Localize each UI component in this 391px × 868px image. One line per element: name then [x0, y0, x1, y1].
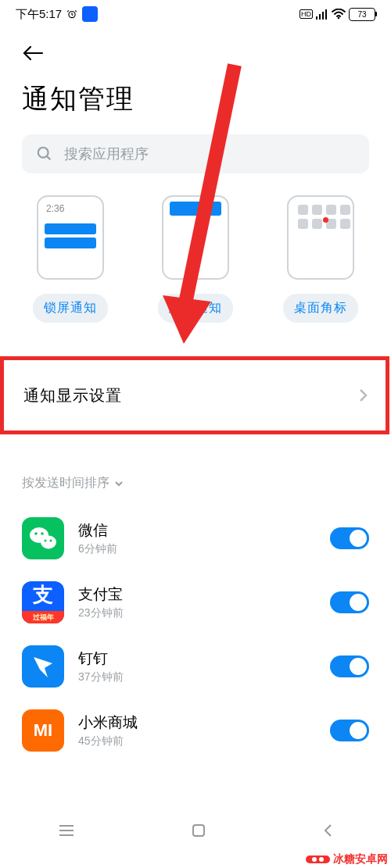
- battery-icon: 73: [349, 8, 375, 21]
- type-badge[interactable]: 桌面角标: [283, 195, 358, 323]
- svg-point-9: [34, 532, 38, 535]
- toggle-switch[interactable]: [330, 591, 369, 613]
- type-lockscreen[interactable]: 2:36 锁屏通知: [33, 195, 108, 323]
- search-input[interactable]: 搜索应用程序: [22, 134, 369, 173]
- svg-point-10: [41, 532, 44, 535]
- svg-point-6: [38, 148, 48, 158]
- svg-rect-1: [316, 16, 317, 20]
- app-name: 小米商城: [78, 713, 316, 733]
- svg-point-5: [338, 17, 340, 20]
- app-name: 钉钉: [78, 648, 316, 669]
- setting-row-label: 通知显示设置: [23, 385, 122, 406]
- page-title: 通知管理: [0, 66, 391, 134]
- watermark-logo-icon: [306, 855, 330, 863]
- chevron-down-icon: [114, 480, 124, 488]
- app-item-wechat[interactable]: 微信 6分钟前: [0, 506, 391, 570]
- svg-rect-3: [322, 12, 324, 20]
- status-bar: 下午5:17 HD 73: [0, 0, 391, 28]
- notification-types: 2:36 锁屏通知 悬浮通知 桌面角标: [0, 188, 391, 323]
- nav-home-icon[interactable]: [192, 823, 206, 838]
- svg-rect-2: [319, 14, 321, 20]
- alarm-icon: [66, 9, 77, 20]
- wechat-icon: [22, 517, 64, 559]
- svg-text:支: 支: [32, 583, 53, 606]
- app-list: 微信 6分钟前 支 过福年 支付宝 23分钟前 钉钉 37分钟前 MI 小米商城…: [0, 506, 391, 763]
- svg-rect-14: [193, 825, 204, 836]
- app-name: 支付宝: [78, 584, 316, 605]
- signal-icon: [316, 9, 328, 20]
- svg-point-12: [50, 540, 52, 542]
- status-time: 下午5:17: [16, 7, 62, 22]
- watermark-text: 冰糖安卓网: [333, 852, 388, 866]
- search-placeholder: 搜索应用程序: [64, 145, 149, 163]
- watermark: 冰糖安卓网: [306, 852, 388, 866]
- svg-rect-4: [325, 9, 327, 20]
- wifi-icon: [332, 9, 346, 20]
- notification-display-settings[interactable]: 通知显示设置: [0, 358, 391, 433]
- nav-bar: [0, 815, 391, 846]
- app-time: 37分钟前: [78, 670, 316, 684]
- app-time: 6分钟前: [78, 542, 316, 556]
- app-item-alipay[interactable]: 支 过福年 支付宝 23分钟前: [0, 570, 391, 634]
- app-name: 微信: [78, 520, 316, 541]
- type-lockscreen-label: 锁屏通知: [33, 294, 108, 323]
- app-item-dingtalk[interactable]: 钉钉 37分钟前: [0, 634, 391, 698]
- mi-icon: MI: [22, 709, 64, 752]
- alipay-icon: 支 过福年: [22, 581, 64, 623]
- type-floating-label: 悬浮通知: [158, 294, 233, 323]
- nav-menu-icon[interactable]: [58, 824, 75, 837]
- hd-icon: HD: [300, 9, 313, 19]
- toggle-switch[interactable]: [330, 720, 369, 741]
- toggle-switch[interactable]: [330, 527, 369, 549]
- svg-point-11: [45, 540, 47, 542]
- statusbar-app-icon: [82, 6, 98, 22]
- type-floating[interactable]: 悬浮通知: [158, 195, 233, 323]
- app-item-mistore[interactable]: MI 小米商城 45分钟前: [0, 698, 391, 763]
- sort-selector[interactable]: 按发送时间排序: [22, 475, 124, 491]
- chevron-right-icon: [358, 388, 368, 402]
- dingtalk-icon: [22, 645, 64, 688]
- svg-point-8: [41, 536, 56, 549]
- search-icon: [36, 145, 53, 163]
- back-icon[interactable]: [22, 44, 44, 63]
- toggle-switch[interactable]: [330, 655, 369, 677]
- app-time: 23分钟前: [78, 606, 316, 620]
- app-time: 45分钟前: [78, 734, 316, 748]
- nav-back-icon[interactable]: [322, 823, 333, 838]
- type-badge-label: 桌面角标: [283, 294, 358, 323]
